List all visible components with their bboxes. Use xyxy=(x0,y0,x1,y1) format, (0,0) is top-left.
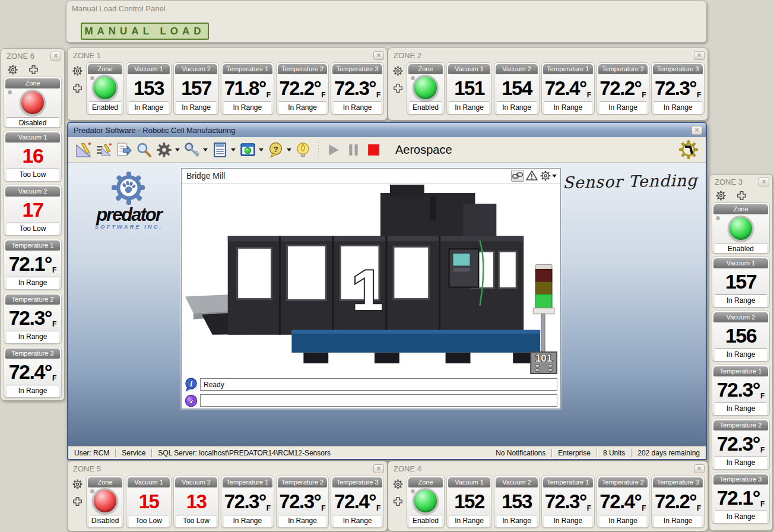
settings-gear-icon[interactable] xyxy=(7,64,18,75)
add-panel-icon[interactable] xyxy=(72,496,83,507)
zone5-titlebar[interactable]: ZONE 5 × xyxy=(68,461,387,474)
zone6-titlebar[interactable]: ZONE 6 × xyxy=(1,49,64,61)
close-icon[interactable]: × xyxy=(373,464,384,473)
sensor-card-temp2: Temperature 2 72.3°F In Range xyxy=(4,293,62,344)
sensor-status: In Range xyxy=(599,102,647,114)
reports-icon[interactable] xyxy=(212,142,228,158)
status-notifications: No Notifications xyxy=(496,449,545,457)
add-panel-icon[interactable] xyxy=(28,64,39,75)
design-icon[interactable] xyxy=(75,142,91,158)
settings-gear-icon[interactable] xyxy=(72,65,83,77)
zone3-panel: ZONE 3 × Zone Enabled Vacuum 1 157 In Ra… xyxy=(709,174,773,531)
help-icon[interactable]: ? xyxy=(268,142,284,158)
panel-settings-gear-icon[interactable] xyxy=(540,170,551,182)
rcm-gear-badge-icon[interactable] xyxy=(678,140,699,160)
sensor-label: Temperature 3 xyxy=(653,477,703,487)
sensor-label: Vacuum 1 xyxy=(128,64,170,74)
close-icon[interactable]: × xyxy=(694,464,705,473)
sensor-unit: F xyxy=(52,320,56,328)
sensor-value: 13 xyxy=(186,492,207,511)
indicator-dot xyxy=(90,76,94,80)
settings-gear-icon[interactable] xyxy=(392,479,404,490)
system-settings-gear-icon[interactable] xyxy=(156,142,172,158)
main-window: Predator Software - Robotic Cell Manufac… xyxy=(67,122,707,460)
sensor-label: Temperature 2 xyxy=(598,64,648,74)
main-workspace: predator SOFTWARE INC. Sensor Tending Br… xyxy=(68,163,706,446)
sensor-value: 152 xyxy=(454,492,484,511)
sensor-label: Temperature 3 xyxy=(5,349,60,359)
close-icon[interactable]: × xyxy=(373,51,384,60)
add-panel-icon[interactable] xyxy=(72,83,83,94)
sensor-label: Temperature 1 xyxy=(223,477,272,487)
sensor-unit: F xyxy=(587,91,591,99)
machine-status-message[interactable]: Ready xyxy=(200,378,557,391)
options-lamp-icon[interactable] xyxy=(296,142,312,158)
sensor-value: 72.3° xyxy=(717,379,760,400)
main-toolbar: ? Aerospace xyxy=(68,137,706,163)
add-panel-icon[interactable] xyxy=(392,83,404,94)
sensor-label: Zone xyxy=(408,477,443,487)
close-icon[interactable]: × xyxy=(691,126,702,135)
status-sql-server: SQL Server: localhost\PREDATOR14\RCM12-S… xyxy=(158,449,331,457)
close-icon[interactable]: × xyxy=(759,178,769,186)
warning-icon[interactable] xyxy=(526,170,538,182)
machine-status-icon[interactable] xyxy=(240,142,256,158)
dropdown-arrow-icon[interactable] xyxy=(203,148,208,154)
sensor-label: Vacuum 1 xyxy=(128,477,170,487)
search-icon[interactable] xyxy=(136,142,152,158)
sensor-value: 72.1° xyxy=(717,487,760,508)
sensor-card-zone: Zone Enabled xyxy=(712,202,770,254)
settings-gear-icon[interactable] xyxy=(392,65,404,77)
sensor-card-vacuum2: Vacuum 2 153 In Range xyxy=(494,476,540,528)
stop-icon[interactable] xyxy=(366,142,382,158)
sensor-label: Temperature 2 xyxy=(5,294,60,305)
sensor-card-temp1: Temperature 1 72.1°F In Range xyxy=(4,239,62,290)
zone3-titlebar[interactable]: ZONE 3 × xyxy=(709,175,772,187)
sensor-value: 15 xyxy=(139,492,159,511)
pause-icon[interactable] xyxy=(345,142,361,158)
sensor-status: In Range xyxy=(715,349,767,361)
sensor-tending-watermark: Sensor Tending xyxy=(562,171,697,192)
dropdown-arrow-icon[interactable] xyxy=(552,175,557,180)
indicator-dot xyxy=(8,90,12,94)
main-window-title: Predator Software - Robotic Cell Manufac… xyxy=(74,126,235,135)
sensor-card-vacuum2: Vacuum 2 154 In Range xyxy=(494,62,540,115)
play-icon[interactable] xyxy=(325,142,341,158)
zone3-title: ZONE 3 xyxy=(715,178,743,186)
zone1-titlebar[interactable]: ZONE 1 × xyxy=(68,48,387,61)
sensor-status: Enabled xyxy=(410,515,442,527)
sensor-card-temp2: Temperature 2 72.3°F In Range xyxy=(276,476,329,528)
security-key-icon[interactable] xyxy=(184,142,200,158)
sensor-value: 72.2° xyxy=(279,78,321,98)
dropdown-arrow-icon[interactable] xyxy=(175,148,180,154)
machine-command-field[interactable] xyxy=(200,394,557,407)
link-icon[interactable] xyxy=(511,170,524,182)
dropdown-arrow-icon[interactable] xyxy=(231,148,236,154)
settings-gear-icon[interactable] xyxy=(72,479,83,490)
close-icon[interactable]: × xyxy=(50,52,61,61)
manual-load-titlebar[interactable]: Manual Load Control Panel xyxy=(66,1,706,14)
sensor-value: 16 xyxy=(23,145,43,166)
add-panel-icon[interactable] xyxy=(392,496,404,507)
sensor-card-zone: Zone Enabled xyxy=(86,62,124,115)
dropdown-arrow-icon[interactable] xyxy=(259,148,264,154)
edit-icon[interactable] xyxy=(96,142,112,158)
zone4-titlebar[interactable]: ZONE 4 × xyxy=(388,461,708,474)
sensor-card-zone: Zone Disabled xyxy=(86,476,124,528)
status-separator xyxy=(631,449,632,457)
main-window-titlebar[interactable]: Predator Software - Robotic Cell Manufac… xyxy=(68,123,706,137)
manual-load-button[interactable]: MANUAL LOAD xyxy=(81,23,209,40)
dropdown-arrow-icon[interactable] xyxy=(287,148,291,154)
status-bar: User: RCM Service SQL Server: localhost\… xyxy=(68,446,706,459)
sensor-status: Enabled xyxy=(715,243,767,254)
export-icon[interactable] xyxy=(116,142,132,158)
sensor-card-temp1: Temperature 1 72.4°F In Range xyxy=(541,62,595,115)
sensor-card-temp2: Temperature 2 72.2°F In Range xyxy=(597,62,650,115)
sensor-label: Temperature 1 xyxy=(543,477,593,487)
settings-gear-icon[interactable] xyxy=(715,190,727,201)
add-panel-icon[interactable] xyxy=(736,190,747,201)
sensor-label: Temperature 3 xyxy=(713,474,768,484)
zone2-titlebar[interactable]: ZONE 2 × xyxy=(388,48,708,61)
sensor-card-temp1: Temperature 1 72.3°F In Range xyxy=(541,476,595,528)
close-icon[interactable]: × xyxy=(694,51,705,60)
